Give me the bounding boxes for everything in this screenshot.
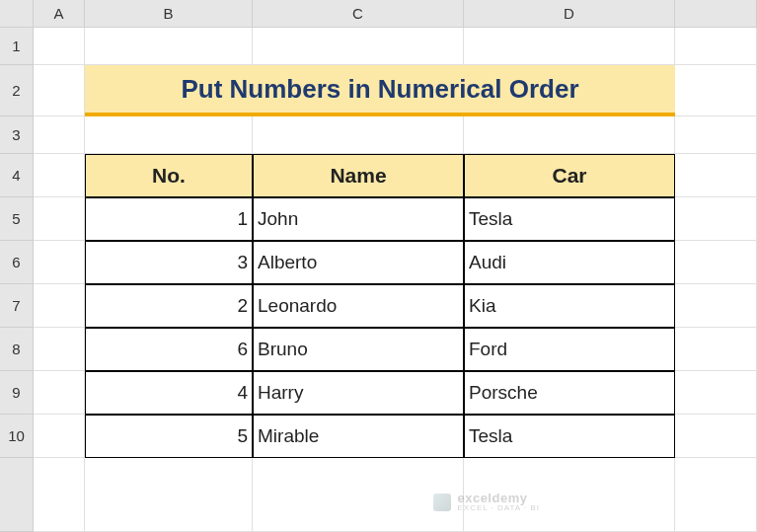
page-title[interactable]: Put Numbers in Numerical Order bbox=[85, 65, 675, 116]
cell-e8[interactable] bbox=[675, 328, 757, 371]
table-header-name[interactable]: Name bbox=[253, 154, 464, 197]
cell-a1[interactable] bbox=[34, 28, 85, 65]
cell-a6[interactable] bbox=[34, 241, 85, 284]
cell-e2[interactable] bbox=[675, 65, 757, 116]
row-header-10[interactable]: 10 bbox=[0, 415, 34, 458]
table-row[interactable]: 4 bbox=[85, 371, 253, 415]
watermark-icon bbox=[433, 494, 451, 511]
spreadsheet-grid: A B C D 1 2 Put Numbers in Numerical Ord… bbox=[0, 0, 757, 532]
select-all-corner[interactable] bbox=[0, 0, 34, 28]
table-row[interactable]: 6 bbox=[85, 328, 253, 371]
col-header-d[interactable]: D bbox=[464, 0, 675, 28]
row-header-3[interactable]: 3 bbox=[0, 116, 34, 154]
table-header-no[interactable]: No. bbox=[85, 154, 253, 197]
row-header-1[interactable]: 1 bbox=[0, 28, 34, 65]
table-row[interactable]: Harry bbox=[253, 371, 464, 415]
table-row[interactable]: 3 bbox=[85, 241, 253, 284]
table-row[interactable]: John bbox=[253, 197, 464, 241]
cell-e10[interactable] bbox=[675, 415, 757, 458]
table-row[interactable]: Kia bbox=[464, 284, 675, 328]
row-header-9[interactable]: 9 bbox=[0, 371, 34, 415]
cell-e6[interactable] bbox=[675, 241, 757, 284]
cell-e1[interactable] bbox=[675, 28, 757, 65]
table-row[interactable]: Alberto bbox=[253, 241, 464, 284]
table-row[interactable]: 2 bbox=[85, 284, 253, 328]
cell-c3[interactable] bbox=[253, 116, 464, 154]
row-header-4[interactable]: 4 bbox=[0, 154, 34, 197]
cell-a8[interactable] bbox=[34, 328, 85, 371]
col-header-blank[interactable] bbox=[675, 0, 757, 28]
cell-e4[interactable] bbox=[675, 154, 757, 197]
cell-c1[interactable] bbox=[253, 28, 464, 65]
table-row[interactable]: Mirable bbox=[253, 415, 464, 458]
cell-blank[interactable] bbox=[34, 458, 85, 532]
cell-a5[interactable] bbox=[34, 197, 85, 241]
cell-a4[interactable] bbox=[34, 154, 85, 197]
cell-e7[interactable] bbox=[675, 284, 757, 328]
table-row[interactable]: Audi bbox=[464, 241, 675, 284]
row-header-blank[interactable] bbox=[0, 458, 34, 532]
table-row[interactable]: Ford bbox=[464, 328, 675, 371]
cell-a2[interactable] bbox=[34, 65, 85, 116]
watermark-text: exceldemy EXCEL · DATA · BI bbox=[457, 492, 540, 512]
cell-a9[interactable] bbox=[34, 371, 85, 415]
table-header-car[interactable]: Car bbox=[464, 154, 675, 197]
watermark: exceldemy EXCEL · DATA · BI bbox=[433, 492, 540, 512]
cell-a3[interactable] bbox=[34, 116, 85, 154]
cell-a7[interactable] bbox=[34, 284, 85, 328]
cell-b1[interactable] bbox=[85, 28, 253, 65]
row-header-5[interactable]: 5 bbox=[0, 197, 34, 241]
col-header-c[interactable]: C bbox=[253, 0, 464, 28]
cell-blank[interactable] bbox=[253, 458, 464, 532]
cell-e9[interactable] bbox=[675, 371, 757, 415]
cell-e5[interactable] bbox=[675, 197, 757, 241]
cell-d1[interactable] bbox=[464, 28, 675, 65]
cell-blank[interactable] bbox=[675, 458, 757, 532]
row-header-8[interactable]: 8 bbox=[0, 328, 34, 371]
table-row[interactable]: 1 bbox=[85, 197, 253, 241]
cell-a10[interactable] bbox=[34, 415, 85, 458]
table-row[interactable]: Porsche bbox=[464, 371, 675, 415]
row-header-6[interactable]: 6 bbox=[0, 241, 34, 284]
table-row[interactable]: Bruno bbox=[253, 328, 464, 371]
table-row[interactable]: Tesla bbox=[464, 197, 675, 241]
watermark-sub: EXCEL · DATA · BI bbox=[457, 504, 540, 512]
table-row[interactable]: Tesla bbox=[464, 415, 675, 458]
row-header-7[interactable]: 7 bbox=[0, 284, 34, 328]
table-row[interactable]: 5 bbox=[85, 415, 253, 458]
cell-d3[interactable] bbox=[464, 116, 675, 154]
cell-e3[interactable] bbox=[675, 116, 757, 154]
cell-b3[interactable] bbox=[85, 116, 253, 154]
col-header-b[interactable]: B bbox=[85, 0, 253, 28]
col-header-a[interactable]: A bbox=[34, 0, 85, 28]
cell-blank[interactable] bbox=[85, 458, 253, 532]
row-header-2[interactable]: 2 bbox=[0, 65, 34, 116]
table-row[interactable]: Leonardo bbox=[253, 284, 464, 328]
